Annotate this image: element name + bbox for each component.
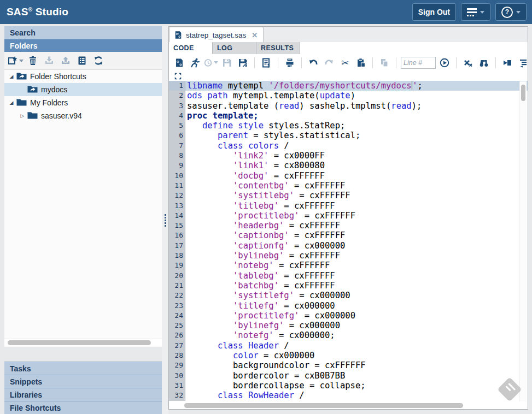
enhanced-editor-button[interactable] [500,56,515,70]
goto-line-input[interactable] [401,57,436,69]
code-line-9[interactable]: 9 'link1' = cx800080 [169,161,528,170]
line-number: 3 [169,101,185,111]
clear-code-button[interactable] [461,56,475,70]
code-line-17[interactable]: 17 'captionfg' = cx000000 [169,241,528,251]
line-number: 14 [169,211,185,221]
code-line-29[interactable]: 29 backgroundcolor = cxFFFFFF [169,360,528,370]
sidebar-section-folders[interactable]: Folders [4,39,162,52]
code-line-12[interactable]: 12 'systitlebg' = cxFFFFFF [169,191,528,200]
tree-expander-icon[interactable]: ▷ [19,113,26,119]
editor-vertical-scrollbar[interactable] [519,81,527,401]
code-line-13[interactable]: 13 'titlebg' = cxFFFFFF [169,201,528,211]
editor-horizontal-scrollbar[interactable] [184,402,521,409]
indent-arrow-icon [502,58,512,68]
scrollbar-thumb[interactable] [184,403,463,408]
tree-item-label: My Folders [30,98,68,107]
code-line-4[interactable]: 4proc template; [169,111,528,121]
submission-history-button[interactable] [204,56,218,70]
left-sidebar: Search Folders [4,26,162,414]
cut-button[interactable]: ✂ [338,56,352,70]
find-replace-button[interactable] [477,56,491,70]
sidebar-section-tasks[interactable]: Tasks [4,362,162,375]
line-number: 26 [169,330,185,340]
save-as-button[interactable] [236,56,250,70]
code-line-3[interactable]: 3sasuser.template (read) sashelp.tmplmst… [169,101,528,111]
code-editor[interactable]: 1libname mytempl '/folders/myshortcuts/m… [169,81,528,401]
app-menu-button[interactable] [461,3,490,21]
edit-program-button[interactable] [259,56,273,70]
delete-button[interactable] [26,54,40,68]
code-line-14[interactable]: 14 'proctitlebg' = cxFFFFFF [169,211,528,221]
line-number: 9 [169,161,185,170]
maximize-view-button[interactable] [173,72,182,80]
code-line-16[interactable]: 16 'captionbg' = cxFFFFFF [169,230,528,240]
printer-icon [285,58,295,68]
code-line-2[interactable]: 2ods path mytempl.template(update) [169,91,528,100]
folder-icon [15,98,30,108]
properties-button[interactable] [75,54,89,68]
panel-splitter[interactable] [162,26,168,414]
undo-button[interactable] [306,56,320,70]
sidebar-section-file-shortcuts[interactable]: File Shortcuts [4,401,162,414]
code-line-10[interactable]: 10 'docbg' = cxFFFFFF [169,171,528,181]
tab-results[interactable]: RESULTS [256,42,300,55]
code-line-26[interactable]: 26 'notefg' = cx000000; [169,330,528,340]
paste-button[interactable] [354,56,368,70]
print-button[interactable] [283,56,297,70]
hamburger-menu-icon [467,8,477,16]
line-number: 12 [169,191,185,200]
tab-code[interactable]: CODE [169,42,213,54]
tree-expander-icon[interactable]: ◢ [8,100,15,105]
new-item-button[interactable] [8,54,24,68]
redo-button[interactable] [322,56,336,70]
code-line-27[interactable]: 27 class Header / [169,341,528,351]
sas-program-button[interactable] [172,56,186,70]
goto-line-button[interactable] [437,56,452,70]
tree-horizontal-scrollbar[interactable] [4,339,162,346]
code-line-18[interactable]: 18 'bylinebg' = cxFFFFFF [169,251,528,261]
scrollbar-thumb[interactable] [8,340,151,345]
code-line-20[interactable]: 20 'tablebg' = cxFFFFFF [169,271,528,281]
code-line-15[interactable]: 15 'headerbg' = cxFFFFFF [169,221,528,230]
code-line-21[interactable]: 21 'batchbg' = cxFFFFFF [169,281,528,291]
tree-item-mydocs[interactable]: mydocs [4,83,162,96]
code-line-28[interactable]: 28 color = cx000000 [169,351,528,360]
code-line-5[interactable]: 5 define style styles.StatRep; [169,121,528,131]
copy-button[interactable] [377,56,391,70]
tree-expander-icon[interactable]: ◢ [8,74,15,79]
download-button[interactable] [42,54,56,68]
sidebar-section-snippets[interactable]: Snippets [4,375,162,388]
save-button[interactable] [220,56,234,70]
code-line-30[interactable]: 30 bordercolor = cxB0B7BB [169,371,528,381]
code-line-25[interactable]: 25 'bylinefg' = cx000000 [169,321,528,330]
code-line-31[interactable]: 31 bordercollapse = collapse; [169,381,528,391]
document-tab[interactable]: statrep_tagset.sas ✕ [169,27,264,43]
folder-icon [26,111,41,121]
code-line-22[interactable]: 22 'systitlefg' = cx000000 [169,291,528,300]
code-line-19[interactable]: 19 'notebg' = cxFFFFFF [169,261,528,270]
scrollbar-thumb[interactable] [521,85,525,101]
code-line-11[interactable]: 11 'contentbg' = cxFFFFFF [169,181,528,191]
code-line-32[interactable]: 32 class RowHeader / [169,391,528,400]
tree-item-folder-shortcuts[interactable]: ◢Folder Shortcuts [4,70,162,83]
line-number: 24 [169,311,185,321]
format-code-button[interactable] [516,56,530,70]
code-line-7[interactable]: 7 class colors / [169,141,528,151]
refresh-button[interactable] [91,54,106,68]
code-line-24[interactable]: 24 'proctitlefg' = cx000000 [169,311,528,321]
help-menu-button[interactable]: ? [495,3,527,21]
sidebar-section-search[interactable]: Search [4,26,162,39]
tree-item-sasuser-v94[interactable]: ▷sasuser.v94 [4,109,162,122]
code-line-23[interactable]: 23 'titlefg' = cx000000 [169,301,528,311]
code-line-6[interactable]: 6 parent = styles.statistical; [169,131,528,140]
code-line-8[interactable]: 8 'link2' = cx0000FF [169,151,528,161]
code-line-1[interactable]: 1libname mytempl '/folders/myshortcuts/m… [169,81,528,91]
tab-log[interactable]: LOG [213,42,256,55]
run-button[interactable] [188,56,202,70]
tree-item-my-folders[interactable]: ◢My Folders [4,96,162,109]
line-number: 32 [169,391,185,400]
upload-button[interactable] [59,54,73,68]
sign-out-button[interactable]: Sign Out [412,3,456,21]
sidebar-section-libraries[interactable]: Libraries [4,388,162,401]
close-icon[interactable]: ✕ [252,31,258,39]
